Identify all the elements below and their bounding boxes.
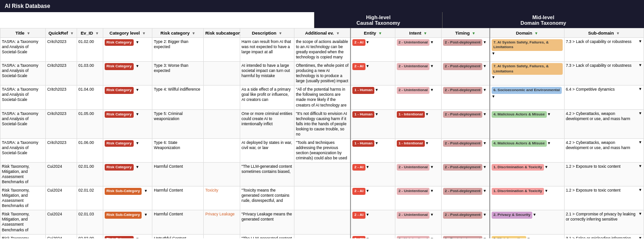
entity-dropdown[interactable]: ▼ xyxy=(375,141,379,146)
intent-dropdown[interactable]: ▼ xyxy=(430,64,434,69)
timing-dropdown[interactable]: ▼ xyxy=(483,40,487,45)
cell-quickref: Critch2023 xyxy=(45,109,77,138)
catlevel-dropdown[interactable]: ▼ xyxy=(136,141,139,146)
catlevel-dropdown[interactable]: ▼ xyxy=(144,213,148,217)
entity-dropdown[interactable]: ▼ xyxy=(366,189,370,193)
intent-dropdown[interactable]: ▼ xyxy=(430,40,434,45)
domain-dropdown[interactable]: ▼ xyxy=(492,51,495,56)
col-header-quickref[interactable]: QuickRef ▼ xyxy=(45,29,77,38)
entity-dropdown[interactable]: ▼ xyxy=(366,64,370,69)
intent-filter-icon[interactable]: ▼ xyxy=(423,31,427,36)
entity-dropdown[interactable]: ▼ xyxy=(366,40,370,45)
subdomain-cell-dropdown[interactable]: ▼ xyxy=(638,111,642,116)
cell-title: Risk Taxonomy, Mitigation, and Assessmen… xyxy=(0,210,46,234)
timing-filter-icon[interactable]: ▼ xyxy=(472,31,476,36)
evid-filter-icon[interactable]: ▼ xyxy=(95,31,99,36)
title-filter-icon[interactable]: ▼ xyxy=(27,31,30,36)
riskcat-filter-icon[interactable]: ▼ xyxy=(192,31,195,36)
cell-addlev: Oftentimes, the whole point of producing… xyxy=(294,62,351,86)
col-header-subdomain[interactable]: Sub-domain ▼ xyxy=(564,29,644,38)
intent-dropdown[interactable]: ▼ xyxy=(430,165,434,170)
timing-dropdown[interactable]: ▼ xyxy=(483,88,487,93)
subdomain-cell-dropdown[interactable]: ▼ xyxy=(638,87,642,92)
cell-domain: 6. Socioeconomic and Environmental ▼ xyxy=(490,86,564,109)
timing-dropdown[interactable]: ▼ xyxy=(483,165,487,170)
timing-dropdown[interactable]: ▼ xyxy=(483,64,487,69)
catlevel-dropdown[interactable]: ▼ xyxy=(136,64,139,69)
intent-dropdown[interactable]: ▼ xyxy=(430,189,434,193)
catlevel-filter-icon[interactable]: ▼ xyxy=(142,31,146,36)
cell-evid: 01.06.00 xyxy=(77,138,103,162)
entity-dropdown[interactable]: ▼ xyxy=(366,165,370,170)
catlevel-dropdown[interactable]: ▼ xyxy=(136,165,139,170)
col-header-desc[interactable]: Description ▼ xyxy=(240,29,294,38)
cell-risksubcat xyxy=(204,62,240,86)
domain-dropdown[interactable]: ▼ xyxy=(533,213,537,217)
cell-evid: 01.02.00 xyxy=(77,38,103,62)
intent-dropdown[interactable]: ▼ xyxy=(430,88,434,93)
subdomain-cell-dropdown[interactable]: ▼ xyxy=(638,39,642,44)
app-container: AI Risk Database High-level Causal Taxon… xyxy=(0,0,644,243)
cell-title: TASRA: a Taxonomy and Analysis of Societ… xyxy=(0,109,46,138)
entity-dropdown[interactable]: ▼ xyxy=(366,213,370,217)
cell-domain: 2. Privacy & Security ▼ xyxy=(490,210,564,234)
entity-filter-icon[interactable]: ▼ xyxy=(379,31,382,36)
intent-dropdown[interactable]: ▼ xyxy=(430,237,434,238)
subdomain-cell-dropdown[interactable]: ▼ xyxy=(638,212,642,216)
timing-dropdown[interactable]: ▼ xyxy=(483,189,487,193)
col-header-addlev[interactable]: Additional ev. ▼ xyxy=(294,29,351,38)
cell-catlevel: Risk Category ▼ xyxy=(103,162,152,186)
col-header-title[interactable]: Title ▼ xyxy=(0,29,46,38)
domain-filter-icon[interactable]: ▼ xyxy=(534,31,538,36)
subdomain-filter-icon[interactable]: ▼ xyxy=(616,31,620,36)
entity-dropdown[interactable]: ▼ xyxy=(375,112,379,117)
col-header-timing[interactable]: Timing ▼ xyxy=(441,29,489,38)
col-header-risksubcat[interactable]: Risk subcategory ▼ xyxy=(204,29,240,38)
addlev-filter-icon[interactable]: ▼ xyxy=(336,31,340,36)
domain-dropdown[interactable]: ▼ xyxy=(527,237,530,238)
intent-dropdown[interactable]: ▼ xyxy=(425,112,429,117)
col-header-entity[interactable]: Entity ▼ xyxy=(351,29,395,38)
cell-addlev: "Tools and techniques addressing the pre… xyxy=(294,138,351,162)
cell-intent: 1 - Intentional ▼ xyxy=(395,109,441,138)
domain-dropdown[interactable]: ▼ xyxy=(544,189,548,193)
cell-entity: 1 - Human ▼ xyxy=(351,109,395,138)
cell-domain: 3. Misinformation ▼ xyxy=(490,234,564,238)
quickref-filter-icon[interactable]: ▼ xyxy=(70,31,74,36)
timing-dropdown[interactable]: ▼ xyxy=(483,237,487,238)
cell-risksubcat xyxy=(204,109,240,138)
intent-dropdown[interactable]: ▼ xyxy=(430,213,434,217)
subdomain-cell-dropdown[interactable]: ▼ xyxy=(638,63,642,68)
domain-dropdown[interactable]: ▼ xyxy=(492,75,495,80)
col-header-domain[interactable]: Domain ▼ xyxy=(490,29,564,38)
cell-entity: 1 - Human ▼ xyxy=(351,138,395,162)
catlevel-dropdown[interactable]: ▼ xyxy=(144,189,148,193)
cell-domain: 4. Malicious Actors & Misuse ▼ xyxy=(490,109,564,138)
table-row: TASRA: a Taxonomy and Analysis of Societ… xyxy=(0,109,644,138)
cell-timing: 2 - Post-deployment ▼ xyxy=(441,109,489,138)
entity-dropdown[interactable]: ▼ xyxy=(375,88,379,93)
domain-dropdown[interactable]: ▼ xyxy=(547,112,551,117)
subdomain-cell-dropdown[interactable]: ▼ xyxy=(638,164,642,169)
subdomain-cell-dropdown[interactable]: ▼ xyxy=(638,140,642,145)
subdomain-cell-dropdown[interactable]: ▼ xyxy=(638,188,642,193)
desc-filter-icon[interactable]: ▼ xyxy=(279,31,282,36)
domain-dropdown[interactable]: ▼ xyxy=(547,141,551,146)
intent-dropdown[interactable]: ▼ xyxy=(425,141,429,146)
catlevel-dropdown[interactable]: ▼ xyxy=(136,112,139,117)
domain-dropdown[interactable]: ▼ xyxy=(544,165,548,170)
timing-dropdown[interactable]: ▼ xyxy=(483,112,487,117)
catlevel-dropdown[interactable]: ▼ xyxy=(136,237,139,238)
col-header-riskcat[interactable]: Risk category ▼ xyxy=(152,29,204,38)
timing-dropdown[interactable]: ▼ xyxy=(483,141,487,146)
subdomain-cell-dropdown[interactable]: ▼ xyxy=(638,236,642,238)
col-header-catlevel[interactable]: Category level ▼ xyxy=(103,29,152,38)
catlevel-dropdown[interactable]: ▼ xyxy=(136,40,139,45)
col-header-evid[interactable]: Ev_ID ▼ xyxy=(77,29,103,38)
timing-dropdown[interactable]: ▼ xyxy=(483,213,487,217)
entity-dropdown[interactable]: ▼ xyxy=(366,237,370,238)
cell-riskcat: Harmful Content xyxy=(152,162,204,186)
col-header-intent[interactable]: Intent ▼ xyxy=(395,29,441,38)
domain-dropdown[interactable]: ▼ xyxy=(492,94,495,99)
catlevel-dropdown[interactable]: ▼ xyxy=(136,88,139,93)
